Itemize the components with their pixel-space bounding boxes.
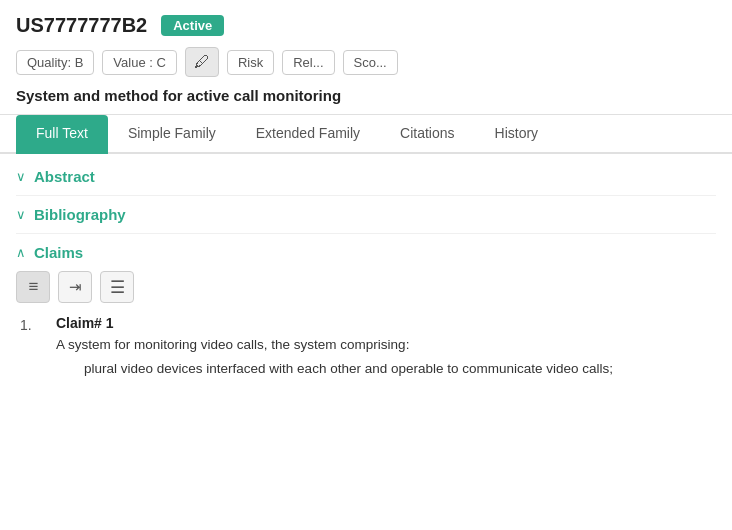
claim-item: 1. Claim# 1 A system for monitoring vide… xyxy=(16,315,716,382)
abstract-title: Abstract xyxy=(34,168,95,185)
list-view-button[interactable]: ≡ xyxy=(16,271,50,303)
patent-title: System and method for active call monito… xyxy=(16,87,716,104)
claim-content: Claim# 1 A system for monitoring video c… xyxy=(56,315,716,382)
edit-icon: 🖊 xyxy=(194,53,210,71)
claim-heading: Claim# 1 xyxy=(56,315,716,331)
format-view-button[interactable]: ☰ xyxy=(100,271,134,303)
edit-button[interactable]: 🖊 xyxy=(185,47,219,77)
tab-citations[interactable]: Citations xyxy=(380,115,474,154)
bibliography-section: ∨ Bibliography xyxy=(16,196,716,234)
rel-tag[interactable]: Rel... xyxy=(282,50,334,75)
claim-number: 1. xyxy=(20,315,44,382)
risk-tag[interactable]: Risk xyxy=(227,50,274,75)
sco-tag[interactable]: Sco... xyxy=(343,50,398,75)
bibliography-header[interactable]: ∨ Bibliography xyxy=(16,206,716,223)
quality-pill[interactable]: Quality: B xyxy=(16,50,94,75)
tab-extended-family[interactable]: Extended Family xyxy=(236,115,380,154)
tab-full-text[interactable]: Full Text xyxy=(16,115,108,154)
format-icon: ☰ xyxy=(110,277,125,298)
tab-simple-family[interactable]: Simple Family xyxy=(108,115,236,154)
abstract-section: ∨ Abstract xyxy=(16,158,716,196)
claim-text: A system for monitoring video calls, the… xyxy=(56,335,716,355)
abstract-chevron: ∨ xyxy=(16,169,26,184)
bibliography-title: Bibliography xyxy=(34,206,126,223)
claim-indent-text: plural video devices interfaced with eac… xyxy=(56,359,716,379)
list-icon: ≡ xyxy=(29,277,38,297)
header-top-row: US7777777B2 Active xyxy=(16,14,716,37)
patent-id: US7777777B2 xyxy=(16,14,147,37)
main-content: ∨ Abstract ∨ Bibliography ∧ Claims ≡ ⇥ ☰… xyxy=(0,154,732,392)
claims-chevron: ∧ xyxy=(16,245,26,260)
claims-header[interactable]: ∧ Claims xyxy=(16,244,716,261)
tab-bar: Full Text Simple Family Extended Family … xyxy=(0,115,732,154)
status-badge: Active xyxy=(161,15,224,36)
value-pill[interactable]: Value : C xyxy=(102,50,177,75)
claims-section: ∧ Claims ≡ ⇥ ☰ 1. Claim# 1 A system for … xyxy=(16,234,716,392)
bibliography-chevron: ∨ xyxy=(16,207,26,222)
indent-icon: ⇥ xyxy=(69,278,82,296)
patent-header: US7777777B2 Active Quality: B Value : C … xyxy=(0,0,732,115)
tab-history[interactable]: History xyxy=(475,115,559,154)
abstract-header[interactable]: ∨ Abstract xyxy=(16,168,716,185)
header-controls: Quality: B Value : C 🖊 Risk Rel... Sco..… xyxy=(16,47,716,77)
indent-view-button[interactable]: ⇥ xyxy=(58,271,92,303)
claims-toolbar: ≡ ⇥ ☰ xyxy=(16,271,716,303)
claims-title: Claims xyxy=(34,244,83,261)
